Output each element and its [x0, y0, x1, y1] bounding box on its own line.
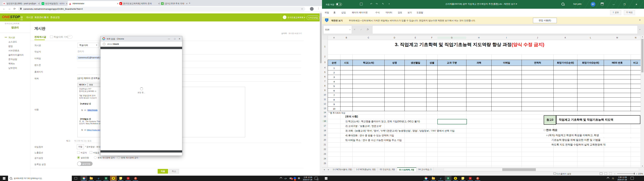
quick-links[interactable]: 글목록 · 게시판 바로가기: [268, 32, 302, 35]
table-row[interactable]: 8: [328, 98, 641, 102]
undo-icon[interactable]: ↶: [370, 2, 372, 5]
row-header[interactable]: 13: [322, 107, 328, 110]
row-header[interactable]: 15: [322, 115, 328, 118]
subject-input[interactable]: [공지] 제50차 춘계학술: [78, 77, 100, 80]
row-header[interactable]: 4: [322, 66, 328, 69]
zoom-in-icon[interactable]: +: [636, 172, 637, 175]
table-row[interactable]: 4: [328, 80, 641, 84]
table-row[interactable]: 3: [328, 75, 641, 80]
column-header[interactable]: C: [352, 36, 384, 39]
profile-avatar[interactable]: [310, 7, 314, 11]
close-icon[interactable]: ✕: [639, 19, 641, 21]
column-header[interactable]: B: [340, 36, 352, 39]
share-button[interactable]: ⇪ 공유: [610, 10, 621, 15]
table-row[interactable]: 2: [328, 70, 641, 75]
editor-mode-button[interactable]: 에디터 ▾: [78, 83, 88, 87]
format-painter-icon[interactable]: ✎: [382, 2, 384, 5]
view-page-layout-icon[interactable]: [604, 172, 607, 175]
table-row[interactable]: 7: [328, 93, 641, 98]
design-edit-button[interactable]: 디자인편집: [306, 16, 319, 20]
enter-entry-icon[interactable]: ✓: [360, 28, 362, 31]
start-button[interactable]: [0, 176, 8, 181]
table-row[interactable]: 1: [328, 66, 641, 70]
user-name[interactable]: Suh yelin: [573, 3, 582, 5]
popup-window[interactable]: 제목 없음 - Chrome — □ ✕ i about:blank 로딩 중.…: [100, 36, 182, 156]
back-icon[interactable]: ←: [3, 7, 5, 10]
autosave-toggle[interactable]: 자동 저장 끔: [326, 3, 342, 6]
popup-address-bar[interactable]: i about:blank: [100, 42, 182, 47]
formula-input[interactable]: [372, 26, 638, 34]
zoom-level[interactable]: 100%: [638, 172, 643, 175]
ime-indicator[interactable]: 가: [612, 177, 614, 180]
sheet-nav-right-icon[interactable]: ▶: [326, 168, 331, 172]
column-header[interactable]: K: [554, 36, 577, 39]
scrollbar-thumb[interactable]: [502, 168, 536, 171]
tray-clock[interactable]: 오후 12:052020-07-28: [301, 176, 312, 181]
sidebar-item-subcontent[interactable]: 서브컨텐츠: [8, 49, 19, 52]
new-tab-button[interactable]: +: [189, 2, 190, 5]
column-header[interactable]: M: [604, 36, 630, 39]
submit-button[interactable]: 적용: [158, 169, 168, 174]
column-header[interactable]: N: [630, 36, 641, 39]
table-row[interactable]: 9: [328, 102, 641, 106]
email-input[interactable]: careereud1@hanmail.net: [77, 56, 104, 60]
ribbon-tab-review[interactable]: 검토: [398, 11, 402, 14]
browser-tab-dbpia[interactable]: D [공지] 2019 추계 국제학술대회 ✕: [160, 1, 190, 6]
taskbar-search[interactable]: 검색하려면 여기에 입력하십시오.: [8, 176, 72, 181]
column-header[interactable]: F: [426, 36, 438, 39]
notice-current-radio[interactable]: 현재 게시판에 공지: [94, 156, 115, 160]
taskbar-explorer-icon[interactable]: [88, 176, 94, 181]
browser-tab-naver-mail[interactable]: ✉ 받은메일함(2) : 네이버 메일 ✕: [40, 1, 70, 6]
row-header[interactable]: 14: [322, 111, 328, 114]
restore-icon[interactable]: ❐: [620, 2, 628, 7]
ribbon-tab-file[interactable]: 파일: [325, 11, 329, 14]
roster-table[interactable]: 순번시도학교(소속) 성명생년월일성별 교과 구분과목이메일 연락처희망기수(1…: [328, 60, 641, 111]
row-header[interactable]: 1: [322, 46, 328, 48]
taskbar-chrome-icon[interactable]: [80, 176, 87, 181]
taskbar-powerpoint-icon[interactable]: P: [474, 176, 481, 181]
tab-close-icon[interactable]: ✕: [186, 2, 188, 5]
ribbon-tab-help[interactable]: 도움말: [416, 11, 423, 14]
refresh-icon[interactable]: ⟳: [14, 7, 16, 10]
writer-input[interactable]: 관리자: [78, 50, 84, 53]
row-header[interactable]: 11: [322, 98, 328, 100]
volume-muted-icon[interactable]: ◁×: [284, 177, 287, 180]
sidebar-item-quickmenu[interactable]: 퀵메뉴: [8, 62, 15, 65]
x-circle-icon[interactable]: ×: [298, 177, 300, 179]
sidebar-item-popup[interactable]: 팝업: [8, 45, 13, 48]
close-icon[interactable]: ✕: [632, 2, 640, 7]
column-header[interactable]: L: [577, 36, 604, 39]
scrollbar-horizontal[interactable]: [444, 168, 639, 171]
row-header[interactable]: 24: [322, 158, 328, 160]
collapse-chevron-icon[interactable]: ⌃: [67, 35, 72, 38]
forward-icon[interactable]: →: [8, 7, 11, 10]
tab-all-posts[interactable]: 전체게시글: [34, 36, 46, 38]
row-header[interactable]: 17: [322, 125, 328, 127]
maximize-icon[interactable]: □: [174, 38, 176, 40]
scrollbar-thumb[interactable]: [320, 13, 322, 63]
browser-tab-youtube[interactable]: ▶ [한국진로교육학회] 제50차 춘계 ✕: [118, 1, 162, 6]
name-box[interactable]: G16▾: [323, 26, 352, 34]
scrollbar-vertical[interactable]: ▲ ▼: [641, 36, 644, 167]
search-icon[interactable]: [562, 3, 564, 6]
taskbar-chrome-icon[interactable]: [422, 176, 429, 181]
minimize-icon[interactable]: —: [168, 38, 170, 40]
taskbar-ie-icon[interactable]: e: [438, 176, 444, 181]
table-row[interactable]: 5: [328, 84, 641, 88]
browser-tab-administrator[interactable]: Administrator ✕: [68, 1, 120, 6]
zoom-knob[interactable]: [634, 173, 634, 174]
ribbon-tab-view[interactable]: 보기: [408, 11, 412, 14]
comments-button[interactable]: 🗨 메모: [624, 10, 635, 15]
tab-board-name[interactable]: 학술대회 기타: [54, 36, 68, 38]
sheet-tab-active[interactable]: 03 기초학력, 0명: [397, 168, 416, 172]
row-header[interactable]: 10: [322, 94, 328, 96]
row-header[interactable]: 12: [322, 103, 328, 105]
taskbar-excel-icon[interactable]: X: [445, 176, 452, 181]
row-header[interactable]: 7: [322, 80, 328, 82]
view-page-break-icon[interactable]: [609, 172, 612, 175]
notification-icon[interactable]: 3: [314, 177, 318, 180]
sidebar-item-sourcecode[interactable]: 소스코드: [8, 40, 17, 44]
cancel-button[interactable]: 취소: [169, 169, 179, 174]
row-header[interactable]: 19: [322, 134, 328, 136]
ribbon-tab-formulas[interactable]: 수식: [375, 11, 380, 14]
